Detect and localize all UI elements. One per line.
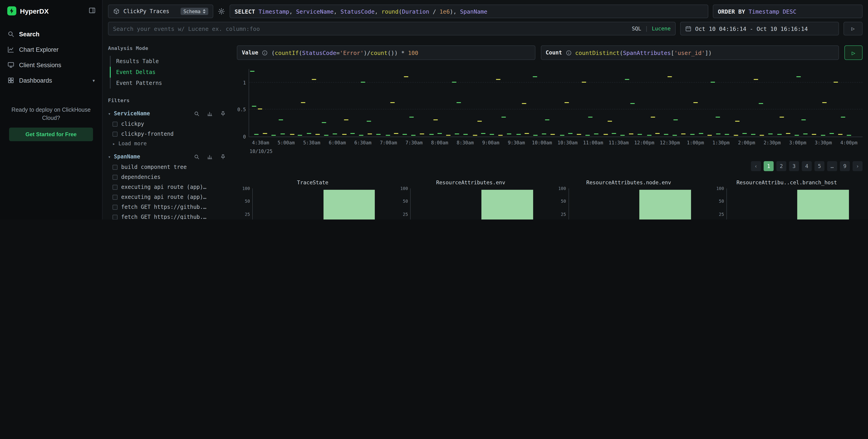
run-analysis-button[interactable]: ▷ bbox=[844, 46, 863, 60]
filter-option-executing-api-route-app[interactable]: executing api route (app)… bbox=[108, 192, 226, 202]
code-token: StatusCode bbox=[302, 49, 336, 56]
code-token: 'Error' bbox=[340, 49, 364, 56]
filter-option-fetch-get-https-github[interactable]: fetch GET https://github.… bbox=[108, 202, 226, 212]
x-tick-label: 12:30pm bbox=[660, 140, 680, 145]
checkbox-icon[interactable] bbox=[113, 131, 118, 137]
analysis-mode-results-table[interactable]: Results Table bbox=[110, 56, 226, 67]
data-point bbox=[650, 117, 655, 118]
filter-option-build-component-tree[interactable]: build component tree bbox=[108, 162, 226, 172]
mode-lucene-toggle[interactable]: Lucene bbox=[652, 25, 671, 32]
data-point bbox=[822, 102, 827, 103]
search-input[interactable] bbox=[113, 25, 628, 32]
search-icon[interactable] bbox=[194, 111, 199, 116]
checkbox-icon[interactable] bbox=[113, 205, 118, 209]
data-point bbox=[568, 133, 573, 134]
mode-sql-toggle[interactable]: SQL bbox=[632, 25, 641, 32]
source-selector[interactable]: ClickPy Traces Schema bbox=[108, 4, 213, 18]
data-point bbox=[496, 79, 500, 80]
pin-icon[interactable] bbox=[220, 154, 226, 159]
date-range-picker[interactable]: Oct 10 04:16:14 - Oct 10 16:16:14 bbox=[680, 22, 839, 35]
data-point bbox=[290, 134, 294, 135]
filter-option-fetch-get-https-github[interactable]: fetch GET https://github.… bbox=[108, 212, 226, 220]
sidebar-item-search[interactable]: Search bbox=[0, 26, 102, 42]
chevron-right-icon: ▸ bbox=[113, 141, 115, 146]
value-label: Value bbox=[242, 50, 258, 56]
code-token: , bbox=[334, 8, 341, 15]
checkbox-icon[interactable] bbox=[113, 165, 118, 170]
value-expression-input[interactable]: Value (countIf(StatusCode='Error')/count… bbox=[237, 46, 535, 60]
link-label: Load more bbox=[118, 140, 147, 147]
get-started-button[interactable]: Get Started for Free bbox=[9, 127, 93, 141]
checkbox-icon[interactable] bbox=[113, 214, 118, 220]
data-point bbox=[254, 134, 259, 135]
checkbox-icon[interactable] bbox=[113, 175, 118, 180]
data-point bbox=[801, 120, 806, 120]
load-more-link[interactable]: ▸Load more bbox=[108, 139, 226, 148]
data-point bbox=[533, 135, 538, 136]
select-query-input[interactable]: SELECT Timestamp, ServiceName, StatusCod… bbox=[229, 4, 708, 18]
x-tick-label: 5:00am bbox=[277, 140, 295, 145]
data-point bbox=[301, 102, 305, 103]
code-token: ( bbox=[271, 49, 275, 56]
count-expression-input[interactable]: Count countDistinct(SpanAttributes['user… bbox=[540, 46, 839, 60]
bar-chart-icon[interactable] bbox=[207, 111, 213, 116]
page-button-4[interactable]: 4 bbox=[802, 161, 812, 171]
pin-icon[interactable] bbox=[220, 111, 226, 116]
data-point bbox=[391, 102, 395, 103]
checkbox-icon[interactable] bbox=[113, 195, 118, 200]
filter-group-header-spanname[interactable]: ▾SpanName bbox=[108, 151, 226, 162]
data-point bbox=[577, 134, 582, 135]
data-point bbox=[542, 134, 547, 135]
page-button-2[interactable]: 2 bbox=[776, 161, 786, 171]
checkbox-icon[interactable] bbox=[113, 121, 118, 126]
order-by-input[interactable]: ORDER BY Timestamp DESC bbox=[713, 4, 863, 18]
x-tick-label: 7:30am bbox=[405, 140, 423, 145]
analysis-mode-event-patterns[interactable]: Event Patterns bbox=[110, 78, 226, 89]
sidebar-item-dashboards[interactable]: Dashboards▾ bbox=[0, 72, 102, 88]
filter-option-label: clickpy-frontend bbox=[121, 131, 174, 137]
data-point bbox=[376, 134, 381, 135]
filter-option-label: clickpy bbox=[121, 121, 144, 127]
page-button-1[interactable]: 1 bbox=[764, 161, 774, 171]
chart-title: ResourceAttribu..cel.branch_host bbox=[711, 179, 863, 186]
x-tick-label: 6:30am bbox=[354, 140, 372, 145]
filter-option-clickpy[interactable]: clickpy bbox=[108, 119, 226, 129]
data-point bbox=[522, 103, 526, 104]
search-icon[interactable] bbox=[194, 154, 199, 159]
code-token: 1e6 bbox=[439, 8, 450, 15]
next-page-button[interactable]: › bbox=[852, 161, 863, 171]
data-point bbox=[716, 117, 720, 118]
data-point bbox=[516, 134, 521, 135]
analysis-mode-event-deltas[interactable]: Event Deltas bbox=[110, 67, 226, 78]
filter-option-dependencies[interactable]: dependencies bbox=[108, 172, 226, 182]
search-icon bbox=[7, 30, 14, 38]
deltas-x-axis: 4:30am5:00am5:30am6:00am6:30am7:00am7:30… bbox=[249, 140, 863, 146]
sidebar-item-label: Client Sessions bbox=[19, 61, 61, 68]
x-tick-label: 8:30am bbox=[457, 140, 474, 145]
data-point bbox=[409, 117, 414, 118]
data-point bbox=[664, 134, 669, 135]
data-point bbox=[668, 76, 672, 77]
gridline bbox=[249, 82, 863, 83]
filter-option-clickpy-frontend[interactable]: clickpy-frontend bbox=[108, 129, 226, 139]
page-button-3[interactable]: 3 bbox=[789, 161, 799, 171]
schema-badge[interactable]: Schema bbox=[181, 8, 208, 15]
data-point bbox=[708, 135, 712, 136]
bar-chart-icon[interactable] bbox=[207, 154, 213, 159]
info-icon bbox=[566, 50, 571, 56]
deltas-plot[interactable]: 00.51 bbox=[249, 69, 863, 137]
filter-option-executing-api-route-app[interactable]: executing api route (app)… bbox=[108, 182, 226, 192]
y-tick-label: 25 bbox=[561, 211, 569, 216]
settings-gear-icon[interactable] bbox=[218, 8, 225, 15]
data-point bbox=[263, 133, 267, 134]
run-query-button[interactable]: ▷ bbox=[843, 22, 863, 35]
prev-page-button[interactable]: ‹ bbox=[751, 161, 761, 171]
sidebar-item-client-sessions[interactable]: Client Sessions bbox=[0, 57, 102, 72]
filter-group-header-servicename[interactable]: ▾ServiceName bbox=[108, 108, 226, 119]
event-deltas-chart: 00.51 4:30am5:00am5:30am6:00am6:30am7:00… bbox=[237, 69, 863, 154]
collapse-sidebar-icon[interactable] bbox=[89, 7, 96, 15]
sidebar-item-chart-explorer[interactable]: Chart Explorer bbox=[0, 42, 102, 57]
page-button-9[interactable]: 9 bbox=[840, 161, 850, 171]
checkbox-icon[interactable] bbox=[113, 184, 118, 189]
page-button-5[interactable]: 5 bbox=[814, 161, 825, 171]
